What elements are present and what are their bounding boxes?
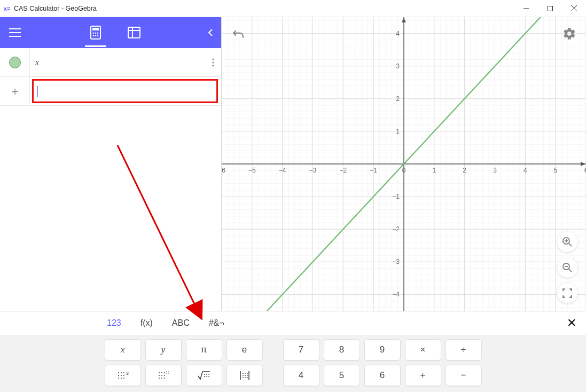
svg-point-203 <box>168 373 169 374</box>
keyboard-tab-sym[interactable]: #&¬ <box>209 318 224 328</box>
undo-icon <box>231 28 244 41</box>
svg-text:−4: −4 <box>392 291 400 298</box>
graphics-view[interactable]: −6−5−4−3−2−10123456−4−3−2−11234 <box>222 17 586 311</box>
svg-point-189 <box>123 378 124 379</box>
key-9[interactable]: 9 <box>364 339 401 360</box>
svg-marker-151 <box>581 162 585 166</box>
svg-text:5: 5 <box>554 167 558 174</box>
text-cursor <box>37 86 38 97</box>
algebra-panel: x ＋ <box>0 17 222 311</box>
window-controls <box>514 0 586 17</box>
svg-text:−4: −4 <box>279 167 286 174</box>
svg-point-192 <box>159 375 160 376</box>
maximize-button[interactable] <box>538 0 562 17</box>
key-x[interactable]: x <box>105 339 141 360</box>
key-sqrt[interactable] <box>186 365 222 386</box>
close-button[interactable] <box>562 0 586 17</box>
svg-text:3: 3 <box>493 167 497 174</box>
svg-rect-1 <box>548 6 552 11</box>
key-abs[interactable] <box>226 365 263 386</box>
svg-point-209 <box>208 376 209 377</box>
svg-text:−6: −6 <box>222 167 225 174</box>
svg-point-200 <box>166 371 167 372</box>
undo-button[interactable] <box>231 28 244 43</box>
input-row[interactable]: ＋ <box>0 77 221 106</box>
svg-text:−3: −3 <box>392 258 400 265</box>
key-×[interactable]: × <box>405 339 441 360</box>
svg-point-19 <box>212 61 214 63</box>
keyboard-close-button[interactable]: ✕ <box>567 316 576 330</box>
key-power[interactable] <box>145 365 182 386</box>
svg-point-186 <box>121 378 122 379</box>
svg-point-214 <box>247 373 248 374</box>
key-−[interactable]: − <box>446 365 482 386</box>
settings-button[interactable] <box>562 27 576 43</box>
key-π[interactable]: π <box>186 339 222 360</box>
zoom-in-button[interactable] <box>557 232 577 252</box>
svg-text:3: 3 <box>396 62 400 70</box>
table-view-button[interactable] <box>126 27 143 38</box>
key-6[interactable]: 6 <box>364 365 401 386</box>
svg-point-193 <box>159 378 160 379</box>
key-y[interactable]: y <box>145 339 182 360</box>
visibility-toggle[interactable] <box>0 48 30 76</box>
key-square[interactable]: 2 <box>105 365 141 386</box>
svg-text:0: 0 <box>402 167 406 174</box>
add-row-button[interactable]: ＋ <box>0 77 30 105</box>
calculator-icon <box>90 26 101 40</box>
svg-point-12 <box>93 35 95 37</box>
fullscreen-button[interactable] <box>557 283 577 303</box>
svg-point-215 <box>243 375 244 376</box>
svg-line-21 <box>118 145 200 316</box>
svg-point-197 <box>164 372 165 373</box>
key-+[interactable]: + <box>405 365 441 386</box>
svg-text:−2: −2 <box>392 225 400 233</box>
minimize-button[interactable] <box>514 0 538 17</box>
svg-text:6: 6 <box>584 167 586 174</box>
svg-point-188 <box>123 375 124 376</box>
svg-point-183 <box>118 378 119 379</box>
graph-canvas[interactable]: −6−5−4−3−2−10123456−4−3−2−11234 <box>222 17 586 311</box>
svg-point-18 <box>212 58 214 60</box>
keyboard-tabs: 123 f(x) ABC #&¬ ✕ <box>0 311 586 335</box>
svg-text:2: 2 <box>463 167 466 174</box>
svg-point-220 <box>247 377 248 378</box>
svg-text:2: 2 <box>126 371 129 376</box>
key-e[interactable]: e <box>226 339 263 360</box>
svg-point-217 <box>247 375 248 376</box>
key-8[interactable]: 8 <box>324 339 360 360</box>
svg-point-207 <box>204 376 205 377</box>
keyboard-tab-abc[interactable]: ABC <box>172 318 190 328</box>
svg-point-219 <box>245 377 246 378</box>
svg-point-20 <box>212 65 214 66</box>
svg-text:−1: −1 <box>392 193 400 200</box>
key-4[interactable]: 4 <box>283 365 319 386</box>
collapse-panel-button[interactable] <box>200 17 221 48</box>
key-7[interactable]: 7 <box>283 339 319 360</box>
expression-row[interactable]: x <box>0 48 221 77</box>
window-title: CAS Calculator - GeoGebra <box>14 5 97 12</box>
svg-line-175 <box>569 244 572 246</box>
key-÷[interactable]: ÷ <box>446 339 482 360</box>
key-5[interactable]: 5 <box>324 365 360 386</box>
svg-text:1: 1 <box>432 167 436 174</box>
svg-point-208 <box>206 376 207 377</box>
svg-point-11 <box>97 33 99 34</box>
svg-point-198 <box>164 375 165 376</box>
svg-point-185 <box>121 375 122 376</box>
expression-content[interactable]: x <box>30 58 205 67</box>
keyboard-tab-123[interactable]: 123 <box>107 318 121 328</box>
menu-button[interactable] <box>0 17 30 48</box>
keyboard-tab-fx[interactable]: f(x) <box>140 318 153 328</box>
row-menu-button[interactable] <box>205 58 221 67</box>
input-field[interactable] <box>30 86 221 97</box>
svg-point-196 <box>161 378 162 379</box>
algebra-view-button[interactable] <box>87 26 104 40</box>
svg-text:−5: −5 <box>248 167 256 174</box>
svg-text:2: 2 <box>396 95 400 103</box>
zoom-out-button[interactable] <box>557 257 577 278</box>
virtual-keyboard: 123 f(x) ABC #&¬ ✕ xyπe789×÷2456+− <box>0 311 586 392</box>
title-bar: x= CAS Calculator - GeoGebra <box>0 0 586 17</box>
top-toolbar <box>0 17 221 48</box>
table-icon <box>128 27 140 38</box>
